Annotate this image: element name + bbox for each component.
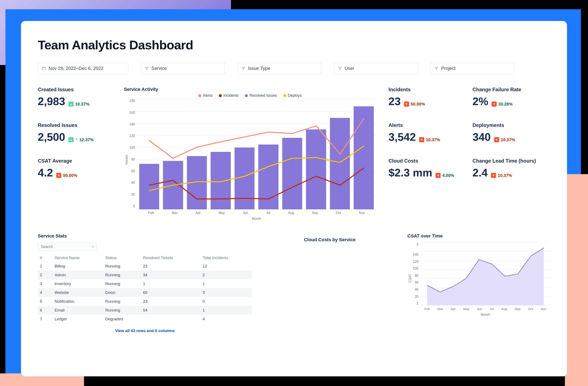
chart-bar (330, 118, 350, 209)
filter-issue-type[interactable]: Issue Type (237, 63, 321, 74)
cell-status: Running (103, 306, 141, 315)
filter-date-range[interactable]: Nov 29, 2022–Dec 6, 2022 (38, 63, 128, 74)
svg-point-1 (92, 246, 93, 247)
chart-x-axis: FebMarAprMayJunJulAugSepOctNov (137, 211, 376, 215)
kpi-delta: ▼10.37% (419, 137, 440, 142)
y-tick: 5 (413, 243, 419, 246)
kpi-delta-pct: 4.00% (442, 173, 454, 178)
chart-bar (234, 148, 255, 209)
y-tick: 80 (413, 274, 419, 278)
table-row[interactable]: 2AdminRunning342 (38, 270, 252, 279)
trend-icon: ▼ (494, 137, 499, 142)
service-stats-title: Service Stats (38, 233, 252, 239)
cell-index: 5 (38, 297, 52, 306)
legend-resolved: Resolved issues (245, 93, 277, 98)
cell-incidents: 3 (201, 288, 252, 297)
filter-icon (145, 66, 149, 71)
kpi-delta: ▼50.00% (404, 101, 425, 107)
filter-user-label: User (345, 66, 354, 71)
search-input[interactable] (41, 244, 90, 249)
cell-index: 4 (38, 288, 52, 297)
x-tick: May (218, 211, 225, 215)
kpi-value: 2.4 (472, 166, 488, 179)
x-tick: May (463, 307, 469, 311)
x-tick: Apr (451, 307, 456, 311)
filter-project[interactable]: Project (430, 63, 514, 74)
csat-panel: CSAT over Time CSAT 5140120100806040201 … (407, 233, 550, 333)
legend-deploys: Deploys (283, 93, 302, 98)
bottom-grid: Service Stats #Service NameStatusResolve… (38, 233, 550, 333)
filter-icon (338, 66, 342, 71)
x-tick: Sep (515, 307, 520, 311)
chart-plot-area (137, 99, 376, 209)
calendar-icon (42, 66, 46, 71)
y-tick: 60 (413, 281, 419, 285)
cell-service-name: Ledger (52, 315, 103, 324)
kpi-delta-pct: 50.00% (411, 102, 425, 107)
kpi-delta: ▼33.28% (492, 101, 513, 107)
y-tick: 140 (129, 122, 135, 126)
kpi-change-lead-time-hours-: Change Lead Time (hours)2.4▼10.37% (472, 158, 548, 179)
table-col-header: # (38, 254, 52, 262)
dashboard-card: Team Analytics Dashboard Nov 29, 2022–De… (21, 21, 567, 376)
service-activity-legend: Alerts Incidents Resolved issues Deploys (124, 93, 376, 98)
x-tick: Feb (424, 307, 430, 311)
y-tick: 40 (129, 181, 135, 185)
x-tick: Oct (528, 307, 533, 311)
x-tick: Sep (312, 211, 318, 215)
y-tick: 120 (413, 260, 419, 264)
y-tick: 80 (129, 157, 135, 161)
service-activity-chart: Issues 180160140120100806040200 FebMarAp… (124, 99, 376, 221)
csat-area-svg (421, 243, 550, 306)
x-tick: Jul (490, 307, 494, 311)
chart-y-axis: 180160140120100806040200 (129, 99, 137, 208)
table-row[interactable]: 1BillingRunning2312 (38, 262, 252, 270)
y-tick: 140 (413, 253, 419, 257)
kpi-label: Cloud Costs (388, 158, 460, 164)
x-tick: Jun (243, 211, 248, 215)
chart-bar (354, 106, 374, 209)
kpi-label: CSAT Average (38, 158, 111, 164)
service-stats-search[interactable] (38, 243, 97, 251)
filter-service[interactable]: Service (141, 63, 225, 74)
service-stats-panel: Service Stats #Service NameStatusResolve… (38, 233, 252, 333)
filter-service-label: Service (151, 66, 167, 71)
y-tick: 20 (129, 193, 135, 196)
kpi-cloud-costs: Cloud Costs$2.3 mm▼4.00% (388, 158, 460, 179)
cell-resolved: 1 (141, 279, 201, 288)
kpi-label: Resolved Issues (38, 122, 111, 128)
bg-salmon-block (565, 174, 588, 386)
trend-icon: ▼ (419, 137, 424, 142)
filter-user[interactable]: User (334, 63, 418, 74)
cell-service-name: Notification (52, 297, 103, 306)
kpi-resolved-issues: Resolved Issues2,500▲⌃12.37% (38, 122, 111, 143)
x-tick: Aug (288, 211, 294, 215)
kpi-delta: ▼10.37% (494, 137, 515, 142)
kpi-delta-pct: 10.37% (75, 102, 89, 107)
top-grid: Created Issues2,983▲10.37%Resolved Issue… (38, 87, 550, 221)
table-header-row: #Service NameStatusResolved TicketsTotal… (38, 254, 252, 262)
x-tick: Nov (359, 211, 365, 215)
table-row[interactable]: 3InventoryRunning11 (38, 279, 252, 288)
y-tick: 180 (129, 99, 135, 103)
table-row[interactable]: 4WebsiteDown653 (38, 288, 252, 297)
cell-incidents: 0 (201, 297, 252, 306)
csat-x-title: Month (421, 313, 550, 317)
y-tick: 1 (413, 302, 419, 306)
kpi-label: Change Failure Rate (472, 87, 548, 93)
chart-bar (139, 164, 159, 209)
table-row[interactable]: 7LedgerDegraded4 (38, 315, 252, 324)
view-all-link[interactable]: View all 43 rows and 6 columns (115, 328, 175, 333)
kpi-value: 2,500 (38, 131, 65, 143)
cell-service-name: Admin (52, 270, 103, 279)
table-row[interactable]: 5NotificationRunning230 (38, 297, 252, 306)
x-tick: Feb (148, 211, 154, 215)
table-row[interactable]: 6EmailRunning541 (38, 306, 252, 315)
chart-bar (187, 156, 207, 209)
trend-icon: ▼ (492, 101, 497, 107)
x-tick: Mar (172, 211, 178, 215)
kpi-value: 2% (472, 95, 488, 108)
kpi-left-stack: Created Issues2,983▲10.37%Resolved Issue… (38, 87, 111, 179)
kpi-label: Deployments (472, 122, 548, 128)
cloud-costs-title: Cloud Costs by Service (265, 237, 395, 243)
